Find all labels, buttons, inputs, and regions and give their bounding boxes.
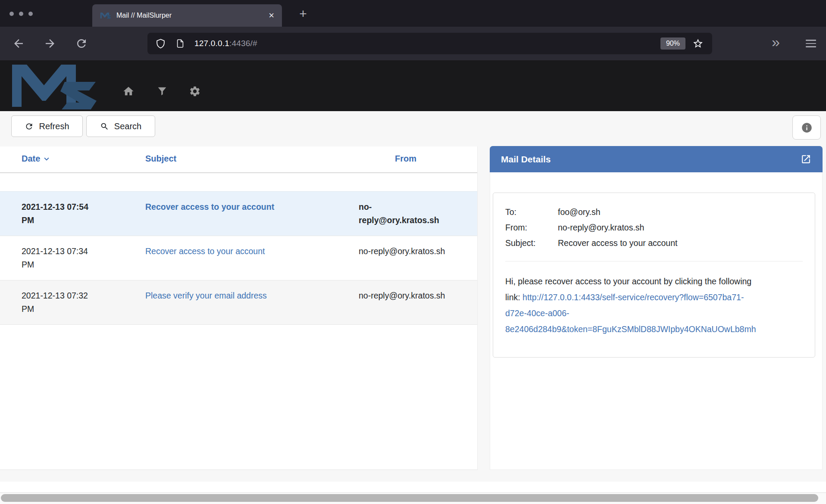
chevron-down-icon bbox=[42, 154, 51, 164]
reload-icon bbox=[75, 37, 88, 50]
filter-icon bbox=[156, 85, 168, 97]
from-value: no-reply@ory.kratos.sh bbox=[558, 220, 644, 235]
refresh-button[interactable]: Refresh bbox=[11, 115, 83, 137]
mail-row-selected[interactable]: 2021-12-13 07:54 PM Recover access to yo… bbox=[0, 191, 477, 236]
refresh-icon bbox=[25, 122, 34, 131]
mail-list-panel: Date Subject From 2021-12-13 07:54 PM Re… bbox=[0, 146, 478, 470]
detail-to-row: To: foo@ory.sh bbox=[505, 204, 803, 220]
detail-subject-row: Subject: Recover access to your account bbox=[505, 235, 803, 251]
url-path: :4436/# bbox=[229, 39, 257, 48]
refresh-button-label: Refresh bbox=[39, 121, 69, 131]
app-navbar bbox=[0, 60, 826, 111]
browser-toolbar: 127.0.0.1:4436/# 90% » bbox=[0, 27, 826, 60]
zoom-level-badge[interactable]: 90% bbox=[660, 37, 685, 50]
column-header-from[interactable]: From bbox=[395, 154, 416, 164]
mail-details-card: To: foo@ory.sh From: no-reply@ory.kratos… bbox=[493, 193, 815, 358]
search-button-label: Search bbox=[114, 121, 141, 131]
new-tab-button[interactable]: + bbox=[293, 5, 313, 22]
arrow-left-icon bbox=[12, 37, 25, 50]
mail-row[interactable]: 2021-12-13 07:34 PM Recover access to yo… bbox=[0, 236, 477, 280]
horizontal-scrollbar-thumb[interactable] bbox=[1, 494, 818, 502]
mail-list-body: 2021-12-13 07:54 PM Recover access to yo… bbox=[0, 191, 477, 325]
hamburger-menu-icon[interactable] bbox=[806, 40, 816, 47]
window-dot bbox=[9, 12, 14, 16]
mail-details-title: Mail Details bbox=[501, 154, 801, 165]
tab-title: Mail // MailSlurper bbox=[116, 12, 269, 19]
mailslurper-logo[interactable] bbox=[9, 63, 107, 109]
detail-from-row: From: no-reply@ory.kratos.sh bbox=[505, 220, 803, 235]
recovery-link[interactable]: http://127.0.0.1:4433/self-service/recov… bbox=[505, 292, 756, 334]
bookmark-star-icon[interactable] bbox=[692, 38, 704, 49]
overflow-chevrons-icon[interactable]: » bbox=[772, 34, 780, 50]
mail-subject-link[interactable]: Recover access to your account bbox=[145, 200, 331, 227]
window-dot bbox=[19, 12, 23, 16]
bottom-strip bbox=[0, 482, 826, 493]
url-bar[interactable]: 127.0.0.1:4436/# 90% bbox=[147, 33, 712, 54]
divider bbox=[505, 261, 803, 261]
external-link-icon[interactable] bbox=[801, 154, 811, 165]
browser-window: Mail // MailSlurper × + 127.0.0.1:4436/#… bbox=[0, 0, 826, 504]
mail-list-header: Date Subject From bbox=[0, 146, 477, 173]
window-dot bbox=[28, 12, 33, 16]
search-button[interactable]: Search bbox=[86, 115, 155, 137]
date-header-label: Date bbox=[22, 154, 40, 164]
horizontal-scrollbar-track[interactable] bbox=[0, 493, 826, 504]
from-label: From: bbox=[505, 220, 558, 235]
url-text[interactable]: 127.0.0.1:4436/# bbox=[194, 39, 257, 48]
filter-nav-button[interactable] bbox=[156, 85, 168, 97]
search-icon bbox=[100, 122, 109, 131]
mailslurper-favicon bbox=[100, 12, 111, 19]
tab-close-icon[interactable]: × bbox=[269, 11, 274, 20]
mail-date: 2021-12-13 07:34 PM bbox=[22, 245, 95, 271]
mail-date: 2021-12-13 07:32 PM bbox=[22, 289, 95, 316]
mail-from: no-reply@ory.kratos.sh bbox=[359, 245, 447, 271]
settings-nav-button[interactable] bbox=[189, 85, 201, 97]
url-host: 127.0.0.1 bbox=[194, 39, 229, 48]
arrow-right-icon bbox=[44, 37, 56, 50]
reload-button[interactable] bbox=[75, 37, 88, 50]
tab-bar: Mail // MailSlurper × + bbox=[0, 0, 826, 27]
home-icon bbox=[122, 85, 135, 97]
subject-value: Recover access to your account bbox=[558, 235, 677, 251]
mail-from: no-reply@ory.kratos.sh bbox=[359, 289, 447, 316]
info-icon bbox=[801, 122, 813, 134]
mail-body: Hi, please recover access to your accoun… bbox=[505, 274, 760, 337]
column-header-date[interactable]: Date bbox=[22, 154, 51, 164]
gear-icon bbox=[189, 85, 201, 97]
back-button[interactable] bbox=[12, 37, 25, 50]
mail-date: 2021-12-13 07:54 PM bbox=[22, 200, 95, 227]
mail-from: no-reply@ory.kratos.sh bbox=[359, 200, 447, 227]
column-header-subject[interactable]: Subject bbox=[145, 154, 176, 164]
to-label: To: bbox=[505, 204, 558, 220]
mail-details-header: Mail Details bbox=[490, 146, 823, 172]
mail-subject-link[interactable]: Recover access to your account bbox=[145, 245, 331, 271]
mail-details-panel: Mail Details To: foo@ory.sh From: no-rep… bbox=[490, 146, 823, 470]
subject-label: Subject: bbox=[505, 235, 558, 251]
home-nav-button[interactable] bbox=[122, 85, 135, 97]
forward-button[interactable] bbox=[44, 37, 56, 50]
mail-subject-link[interactable]: Please verify your email address bbox=[145, 289, 331, 316]
browser-tab-mailslurper[interactable]: Mail // MailSlurper × bbox=[92, 4, 282, 27]
mail-row[interactable]: 2021-12-13 07:32 PM Please verify your e… bbox=[0, 280, 477, 325]
page-info-icon[interactable] bbox=[175, 38, 185, 49]
tracking-protection-shield-icon[interactable] bbox=[155, 38, 166, 50]
info-button[interactable] bbox=[792, 115, 821, 140]
to-value: foo@ory.sh bbox=[558, 204, 601, 220]
window-controls[interactable] bbox=[9, 12, 33, 16]
